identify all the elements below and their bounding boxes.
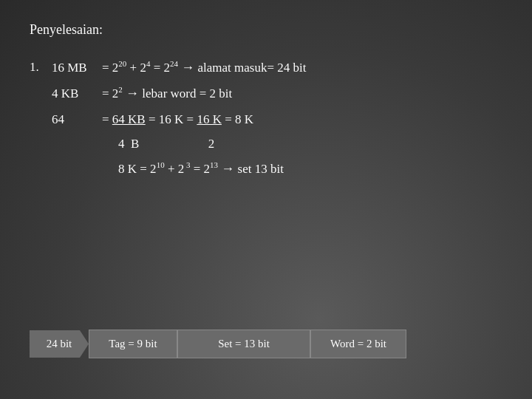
page-title: Penyelesaian: — [30, 22, 502, 38]
arrow-label-text: 24 bit — [47, 338, 72, 350]
formula-2: = 22 → lebar word = 2 bit — [102, 81, 232, 106]
calculations: 16 MB = 220 + 24 = 224 → alamat masuk= 2… — [52, 55, 307, 183]
label-64: 64 — [52, 108, 96, 131]
indent-row-2: 8 K = 210 + 2 3 = 213 → set 13 bit — [52, 157, 307, 181]
set-box: Set = 13 bit — [177, 330, 310, 358]
problem-item: 1. 16 MB = 220 + 24 = 224 → alamat masuk… — [30, 55, 502, 183]
item-number: 1. — [30, 55, 52, 78]
calc-row-3: 64 = 64 KB = 16 K = 16 K = 8 K — [52, 108, 307, 131]
tag-label: Tag = 9 bit — [109, 338, 157, 350]
formula-3: = 64 KB = 16 K = 16 K = 8 K — [102, 108, 253, 131]
solution-body: 1. 16 MB = 220 + 24 = 224 → alamat masuk… — [30, 55, 502, 183]
24bit-arrow-label: 24 bit — [30, 330, 89, 358]
content: Penyelesaian: 1. 16 MB = 220 + 24 = 224 … — [0, 0, 532, 399]
word-box: Word = 2 bit — [310, 330, 406, 358]
calc-row-1: 16 MB = 220 + 24 = 224 → alamat masuk= 2… — [52, 55, 307, 80]
label-4kb: 4 KB — [52, 82, 96, 105]
indent-row-1: 4 B 2 — [52, 132, 307, 155]
label-16mb: 16 MB — [52, 56, 96, 79]
diagram-section: 24 bit Tag = 9 bit Set = 13 bit Word = 2… — [30, 330, 406, 358]
word-label: Word = 2 bit — [330, 338, 386, 350]
formula-1: = 220 + 24 = 224 → alamat masuk= 24 bit — [102, 55, 307, 80]
set-label: Set = 13 bit — [218, 338, 270, 350]
tag-box: Tag = 9 bit — [89, 330, 177, 358]
calc-row-2: 4 KB = 22 → lebar word = 2 bit — [52, 81, 307, 106]
